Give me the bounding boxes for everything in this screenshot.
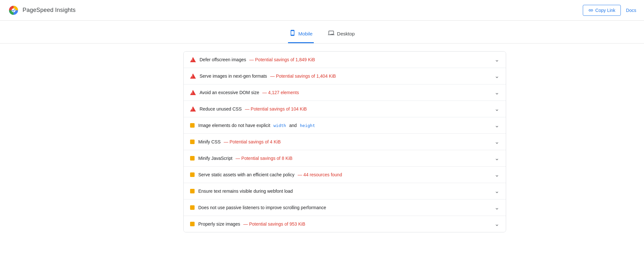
svg-rect-2 xyxy=(329,31,333,34)
audit-label: Serve static assets with an efficient ca… xyxy=(198,172,342,177)
audit-item-left: Reduce unused CSS — Potential savings of… xyxy=(190,106,495,112)
header: PageSpeed Insights Copy Link Docs xyxy=(0,0,644,21)
header-actions: Copy Link Docs xyxy=(583,5,636,16)
warning-icon xyxy=(190,90,196,95)
chevron-icon: ⌄ xyxy=(495,73,499,80)
audit-item-left: Serve images in next-gen formats — Poten… xyxy=(190,73,495,79)
copy-link-button[interactable]: Copy Link xyxy=(583,5,621,16)
audit-item-left: Ensure text remains visible during webfo… xyxy=(190,189,495,194)
audit-item-unused-css[interactable]: Reduce unused CSS — Potential savings of… xyxy=(184,101,506,117)
opportunity-icon xyxy=(190,156,195,161)
chevron-icon: ⌄ xyxy=(495,122,499,129)
chevron-icon: ⌄ xyxy=(495,138,499,145)
docs-link[interactable]: Docs xyxy=(626,8,636,13)
chevron-icon: ⌄ xyxy=(495,171,499,178)
audit-label: Does not use passive listeners to improv… xyxy=(198,205,326,210)
audit-item-next-gen-formats[interactable]: Serve images in next-gen formats — Poten… xyxy=(184,68,506,84)
audit-item-minify-js[interactable]: Minify JavaScript — Potential savings of… xyxy=(184,150,506,167)
audit-item-webfont[interactable]: Ensure text remains visible during webfo… xyxy=(184,183,506,200)
audit-item-left: Properly size images — Potential savings… xyxy=(190,221,495,227)
audit-item-left: Minify JavaScript — Potential savings of… xyxy=(190,156,495,161)
tab-desktop[interactable]: Desktop xyxy=(327,26,356,43)
desktop-icon xyxy=(328,30,334,38)
audit-label: Minify JavaScript — Potential savings of… xyxy=(198,156,293,161)
opportunity-icon xyxy=(190,189,195,193)
audit-item-left: Defer offscreen images — Potential savin… xyxy=(190,57,495,62)
audit-item-left: Avoid an excessive DOM size — 4,127 elem… xyxy=(190,90,495,95)
audit-item-properly-size[interactable]: Properly size images — Potential savings… xyxy=(184,216,506,232)
audit-label: Image elements do not have explicit widt… xyxy=(198,123,315,128)
link-icon xyxy=(588,8,593,13)
audit-item-minify-css[interactable]: Minify CSS — Potential savings of 4 KiB … xyxy=(184,134,506,150)
main-wrapper: Defer offscreen images — Potential savin… xyxy=(0,51,644,232)
copy-link-label: Copy Link xyxy=(595,8,615,13)
warning-icon xyxy=(190,73,196,79)
audit-item-left: Image elements do not have explicit widt… xyxy=(190,123,495,128)
warning-icon xyxy=(190,57,196,62)
tab-mobile[interactable]: Mobile xyxy=(288,26,314,43)
audit-label: Properly size images — Potential savings… xyxy=(198,221,305,227)
audit-item-dom-size[interactable]: Avoid an excessive DOM size — 4,127 elem… xyxy=(184,84,506,101)
device-tabs: Mobile Desktop xyxy=(0,21,644,44)
tab-mobile-label: Mobile xyxy=(298,31,312,36)
app-title: PageSpeed Insights xyxy=(23,7,76,14)
audit-label: Reduce unused CSS — Potential savings of… xyxy=(200,106,307,112)
chevron-icon: ⌄ xyxy=(495,155,499,162)
audit-label: Serve images in next-gen formats — Poten… xyxy=(200,73,336,79)
audit-item-left: Serve static assets with an efficient ca… xyxy=(190,172,495,177)
chevron-icon: ⌄ xyxy=(495,89,499,96)
chevron-icon: ⌄ xyxy=(495,188,499,195)
audit-label: Ensure text remains visible during webfo… xyxy=(198,189,293,194)
audit-label: Avoid an excessive DOM size — 4,127 elem… xyxy=(200,90,299,95)
chevron-icon: ⌄ xyxy=(495,220,499,228)
opportunity-icon xyxy=(190,123,195,128)
mobile-icon xyxy=(289,30,296,38)
audit-item-left: Minify CSS — Potential savings of 4 KiB xyxy=(190,139,495,144)
opportunity-icon xyxy=(190,140,195,144)
opportunity-icon xyxy=(190,205,195,210)
audit-item-defer-offscreen[interactable]: Defer offscreen images — Potential savin… xyxy=(184,52,506,68)
main-content: Defer offscreen images — Potential savin… xyxy=(176,51,514,232)
audit-label: Minify CSS — Potential savings of 4 KiB xyxy=(198,139,281,144)
warning-icon xyxy=(190,106,196,112)
audit-item-image-dimensions[interactable]: Image elements do not have explicit widt… xyxy=(184,117,506,134)
audit-item-cache-policy[interactable]: Serve static assets with an efficient ca… xyxy=(184,167,506,183)
pagespeed-logo xyxy=(8,5,19,16)
audit-label: Defer offscreen images — Potential savin… xyxy=(200,57,315,62)
audit-list: Defer offscreen images — Potential savin… xyxy=(183,51,506,232)
logo-area: PageSpeed Insights xyxy=(8,5,76,16)
opportunity-icon xyxy=(190,172,195,177)
tab-desktop-label: Desktop xyxy=(337,31,355,36)
audit-item-passive-listeners[interactable]: Does not use passive listeners to improv… xyxy=(184,200,506,216)
opportunity-icon xyxy=(190,222,195,226)
chevron-icon: ⌄ xyxy=(495,105,499,112)
chevron-icon: ⌄ xyxy=(495,56,499,63)
chevron-icon: ⌄ xyxy=(495,204,499,211)
audit-item-left: Does not use passive listeners to improv… xyxy=(190,205,495,210)
